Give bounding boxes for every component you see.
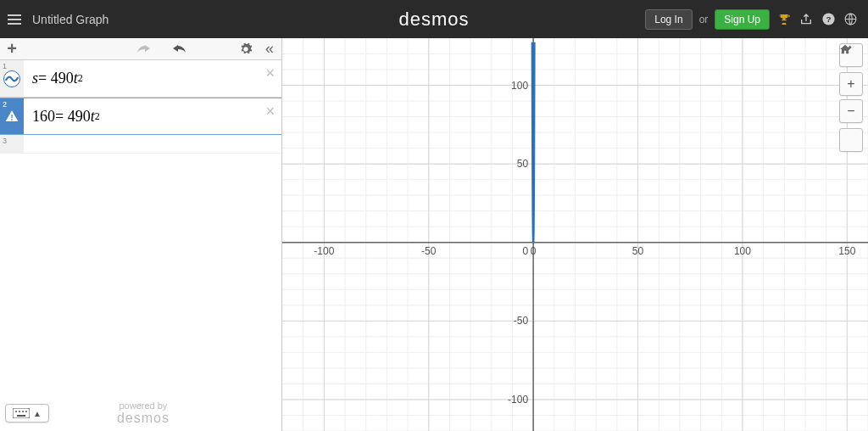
expression-row-3[interactable]: 3 <box>0 135 281 154</box>
delete-expression-button[interactable]: × <box>265 104 275 119</box>
collapse-panel-button[interactable]: « <box>258 38 281 60</box>
svg-point-5 <box>19 411 20 412</box>
zoom-in-button[interactable]: + <box>839 72 863 96</box>
or-label: or <box>699 14 709 25</box>
svg-text:0: 0 <box>522 245 528 257</box>
settings-button[interactable] <box>234 38 258 60</box>
trophy-icon[interactable] <box>776 12 792 27</box>
undo-button[interactable] <box>168 38 192 60</box>
svg-point-6 <box>22 411 24 412</box>
redo-button[interactable] <box>131 38 155 60</box>
expression-row-2[interactable]: 2 160 = 490t2 × <box>0 98 281 135</box>
row-index: 3 <box>3 137 7 145</box>
expression-row-1[interactable]: 1 s = 490t2 × <box>0 60 281 98</box>
add-expression-button[interactable]: + <box>0 38 24 60</box>
svg-text:-50: -50 <box>421 245 437 257</box>
svg-text:50: 50 <box>517 158 529 170</box>
powered-by-label: powered by desmos <box>117 400 170 426</box>
graph-area[interactable]: -100-50050100150-100-50501000 + − <box>282 38 868 431</box>
svg-rect-3 <box>13 408 30 418</box>
plot-color-icon[interactable] <box>3 70 20 87</box>
help-icon[interactable]: ? <box>821 12 836 27</box>
share-icon[interactable] <box>798 12 814 27</box>
row-index: 2 <box>3 100 7 109</box>
signup-button[interactable]: Sign Up <box>715 9 770 30</box>
svg-text:100: 100 <box>511 80 528 92</box>
svg-text:-100: -100 <box>508 394 528 406</box>
brand-logo: desmos <box>398 8 469 31</box>
keypad-toggle[interactable]: ▲ <box>5 404 49 423</box>
chevron-up-icon: ▲ <box>33 409 42 418</box>
warning-icon[interactable] <box>5 109 19 123</box>
expression-panel: + « 1 s = 490t2 <box>0 38 282 431</box>
expression-input[interactable]: s = 490t2 <box>24 60 281 97</box>
menu-button[interactable] <box>0 0 29 38</box>
language-icon[interactable] <box>843 12 858 27</box>
svg-text:?: ? <box>826 14 831 24</box>
svg-text:0: 0 <box>531 245 537 257</box>
row-index: 1 <box>3 62 7 70</box>
svg-text:-50: -50 <box>514 315 529 327</box>
svg-point-7 <box>25 411 27 412</box>
svg-point-4 <box>15 411 17 412</box>
zoom-out-button[interactable]: − <box>839 99 863 123</box>
svg-text:150: 150 <box>838 245 855 257</box>
login-button[interactable]: Log In <box>645 9 692 30</box>
svg-rect-8 <box>17 415 25 417</box>
expression-input[interactable]: 160 = 490t2 <box>24 98 281 134</box>
keyboard-icon <box>13 408 30 418</box>
graph-title[interactable]: Untitled Graph <box>32 13 108 26</box>
svg-text:50: 50 <box>632 245 644 257</box>
delete-expression-button[interactable]: × <box>265 65 275 81</box>
home-button[interactable] <box>839 128 863 152</box>
svg-text:100: 100 <box>734 245 751 257</box>
svg-text:-100: -100 <box>314 245 334 257</box>
